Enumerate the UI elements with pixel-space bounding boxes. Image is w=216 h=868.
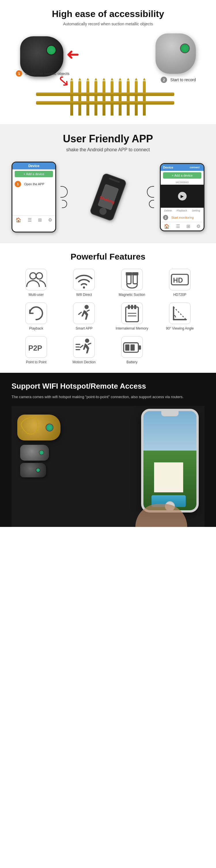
feature-battery: Battery: [110, 336, 154, 364]
svg-rect-12: [131, 305, 133, 309]
building: [154, 462, 183, 492]
feature-p2p: P2P Point to Point: [14, 336, 58, 364]
house-scene: [144, 411, 196, 510]
wave-right: [147, 186, 156, 208]
open-app-label: Open the APP: [24, 182, 44, 186]
phone-right-bottom: 🏠 ☰ ⊞ ⚙: [161, 222, 204, 230]
device-title-left: Device: [15, 164, 53, 168]
angle-icon-box: [169, 303, 191, 324]
cam-dark2-lens: [36, 468, 40, 472]
start-monitoring-label: Start monitoring: [172, 216, 194, 219]
phone-right-topbar: Device connect: [161, 164, 204, 171]
feature-angle: 90° Viewing Angle: [158, 303, 202, 331]
multiuser-icon: [26, 269, 47, 290]
shaking-phone: Shaking: [89, 173, 127, 221]
p2p-icon: P2P: [26, 337, 47, 358]
cam-gold-eye: [19, 415, 41, 437]
delete-label: Delete: [164, 209, 172, 212]
iphone-house: [141, 409, 199, 513]
feature-memory: Internalernal Memory: [110, 303, 154, 331]
svg-text:P2P: P2P: [28, 344, 42, 352]
section4-title: Support WIFI Hotspot/Remote Access: [11, 381, 205, 391]
wifi-icon-box: [73, 269, 95, 290]
battery-icon-box: [121, 336, 143, 358]
video-area: ▶: [161, 185, 204, 208]
section-features: Powerful Features Multi-user: [0, 243, 216, 373]
hd-label: HD720P: [174, 293, 186, 297]
magnet-label: Magnetic Suction: [119, 293, 145, 297]
section1-subtitle: Automatically record when suction metall…: [11, 22, 205, 26]
fence-bar-bottom: [36, 101, 174, 104]
hd-icon-box: HD: [169, 269, 191, 290]
svg-rect-24: [130, 344, 135, 350]
feature-playback: Playback: [14, 303, 58, 331]
svg-rect-10: [126, 307, 138, 322]
angle-icon: [169, 303, 190, 324]
fence-pole: [143, 81, 146, 116]
motion-label: Motion Dection: [72, 360, 96, 364]
fence-pole: [127, 81, 130, 116]
connect-btn[interactable]: connect: [188, 165, 201, 169]
shaking-phone-area: Shaking: [59, 160, 157, 235]
magnet-icon: [122, 269, 143, 290]
motion-icon-box: [73, 336, 95, 358]
cam-dark1: [20, 445, 49, 461]
section2-title: User Friendly APP: [11, 133, 205, 145]
add-device-right: Add a device: [163, 172, 201, 179]
p2p-icon-box: P2P: [25, 336, 47, 358]
playback-icon: [26, 303, 47, 324]
memory-icon-box: [121, 303, 143, 324]
cam-gold-lens: [45, 424, 54, 432]
wifi-icon: [73, 269, 94, 290]
features-grid: Multi-user Wifi Direct: [14, 269, 202, 364]
feature-magnet: Magnetic Suction: [110, 269, 154, 297]
battery-icon: [122, 337, 143, 358]
accessibility-image-area: ➜ 2 Start to record: [11, 32, 205, 118]
svg-rect-5: [126, 272, 132, 275]
p2p-label: Point to Point: [26, 360, 47, 364]
section-accessibility: High ease of accessibility Automatically…: [0, 0, 216, 124]
wifi-label: Wifi Direct: [76, 293, 92, 297]
step1-number: 1: [16, 70, 22, 76]
wifi-image-area: [11, 406, 205, 527]
angle-label: 90° Viewing Angle: [166, 327, 194, 331]
smartapp-icon: [73, 303, 94, 324]
grid-icon-r: ⊞: [186, 223, 190, 229]
phone-left-screen: Device Add a device 1 Open the APP 🏠 ☰ ⊞…: [12, 162, 55, 231]
dark-scene: [11, 406, 205, 527]
wave-left: [60, 186, 68, 208]
cam-gold-body: [17, 414, 60, 440]
setting-label: Setting: [192, 209, 200, 212]
svg-point-1: [36, 273, 42, 279]
device-id: MC000043: [161, 180, 204, 185]
settings-icon: ⚙: [48, 217, 52, 223]
phone-left-topbar: Device: [12, 162, 55, 169]
step1-phone-num: 1: [15, 181, 21, 187]
settings-icon-r: ⚙: [196, 223, 200, 229]
smartapp-icon-box: [73, 303, 95, 324]
feature-smartapp: Smart APP: [62, 303, 106, 331]
section1-title: High ease of accessibility: [11, 9, 205, 19]
phone-right-screen: Device connect Add a device MC000043 ▶ D…: [161, 164, 204, 230]
app-demo-area: Device Add a device 1 Open the APP 🏠 ☰ ⊞…: [11, 160, 205, 235]
iphone-frame: [141, 409, 199, 513]
fence-pole: [135, 81, 138, 116]
step2-phone-label: 2 Start monitoring: [161, 213, 204, 222]
feature-multiuser: Multi-user: [14, 269, 58, 297]
add-device-left: Add a device: [15, 171, 53, 177]
svg-point-2: [83, 286, 85, 288]
grid-icon: ⊞: [38, 217, 42, 223]
magnet-icon-box: [121, 269, 143, 290]
feature-wifi: Wifi Direct: [62, 269, 106, 297]
arrow-right: ➜: [66, 45, 80, 63]
multiuser-label: Multi-user: [29, 293, 44, 297]
fence-pole: [78, 81, 81, 116]
fence-pole: [119, 81, 122, 116]
playback-label: Playback: [29, 327, 43, 331]
fence-pole: [70, 81, 73, 116]
svg-rect-11: [128, 305, 130, 309]
list-icon: ☰: [28, 217, 32, 223]
device-title-right: Device: [163, 166, 173, 169]
play-button[interactable]: ▶: [178, 192, 187, 200]
section3-title: Powerful Features: [9, 252, 207, 261]
